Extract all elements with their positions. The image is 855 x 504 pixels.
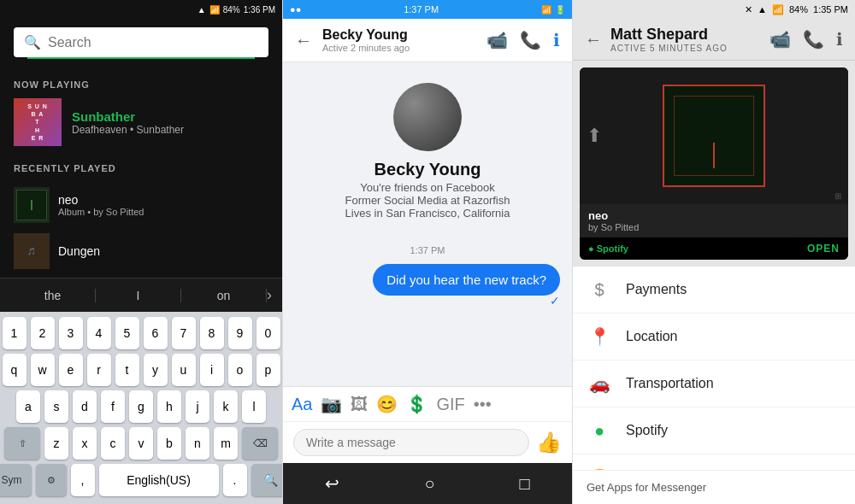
- info-icon-attach[interactable]: ℹ: [836, 29, 843, 50]
- key-l[interactable]: l: [242, 390, 266, 423]
- aa-button[interactable]: Aa: [292, 395, 312, 414]
- key-r[interactable]: r: [87, 354, 111, 386]
- key-p[interactable]: p: [256, 354, 280, 386]
- shift-key[interactable]: ⇧: [4, 427, 40, 460]
- key-u[interactable]: u: [172, 354, 196, 386]
- key-5[interactable]: 5: [115, 317, 139, 349]
- menu-item-transportation[interactable]: 🚗 Transportation: [573, 360, 855, 407]
- recent-info: neo Album • by So Pitted: [58, 193, 144, 217]
- key-a[interactable]: a: [16, 390, 40, 423]
- key-0[interactable]: 0: [256, 317, 280, 349]
- phone-icon-attach[interactable]: 📞: [803, 29, 824, 50]
- settings-icon-key[interactable]: ⚙: [36, 464, 67, 496]
- search-input-wrap[interactable]: 🔍: [14, 27, 268, 57]
- open-spotify-button[interactable]: OPEN: [807, 243, 840, 255]
- thumbs-up-button[interactable]: 👍: [536, 431, 562, 454]
- recent-sub: Album • by So Pitted: [58, 207, 144, 217]
- attach-back-button[interactable]: ←: [585, 30, 602, 50]
- image-button[interactable]: 🖼: [351, 395, 368, 414]
- payment-button[interactable]: 💲: [406, 394, 428, 414]
- key-x[interactable]: x: [73, 427, 97, 460]
- key-e[interactable]: e: [59, 354, 83, 386]
- key-j[interactable]: j: [186, 390, 209, 423]
- key-t[interactable]: t: [115, 354, 139, 386]
- key-v[interactable]: v: [129, 427, 153, 460]
- back-nav-button[interactable]: ↩: [325, 473, 339, 494]
- menu-item-spotify[interactable]: ● Spotify: [573, 407, 855, 454]
- message-input[interactable]: [293, 429, 529, 456]
- key-y[interactable]: y: [144, 354, 168, 386]
- avatar-image: [393, 83, 462, 151]
- key-4[interactable]: 4: [87, 317, 111, 349]
- wifi-icon-attach: ▲: [758, 4, 767, 15]
- status-bar-spotify: ▲ 📶 84% 1:36 PM: [0, 0, 282, 19]
- key-i[interactable]: i: [200, 354, 224, 386]
- more-button[interactable]: •••: [474, 395, 492, 414]
- number-row: 1 2 3 4 5 6 7 8 9 0: [3, 317, 279, 349]
- key-g[interactable]: g: [129, 390, 153, 423]
- key-6[interactable]: 6: [144, 317, 168, 349]
- menu-item-location[interactable]: 📍 Location: [573, 314, 855, 360]
- key-8[interactable]: 8: [200, 317, 224, 349]
- key-w[interactable]: w: [31, 354, 55, 386]
- home-nav-button[interactable]: ○: [424, 474, 434, 494]
- key-q[interactable]: q: [3, 354, 27, 386]
- messenger-status-bar: ●● 1:37 PM 📶 🔋: [283, 0, 572, 19]
- video-call-icon[interactable]: 📹: [486, 30, 508, 50]
- list-item[interactable]: 🎵 Dungen: [14, 228, 268, 274]
- get-apps-label: Get Apps for Messenger: [587, 481, 706, 494]
- autocomplete-arrow-icon[interactable]: ›: [267, 286, 272, 304]
- key-b[interactable]: b: [157, 427, 181, 460]
- messenger-status-icons: 📶 🔋: [541, 5, 565, 15]
- status-icons: ▲ 📶 84% 1:36 PM: [198, 5, 275, 15]
- recent-title: neo: [58, 193, 144, 207]
- info-icon[interactable]: ℹ: [553, 30, 560, 50]
- key-2[interactable]: 2: [31, 317, 55, 349]
- space-key[interactable]: English(US): [99, 464, 219, 496]
- key-9[interactable]: 9: [228, 317, 252, 349]
- back-button[interactable]: ←: [295, 31, 312, 50]
- key-d[interactable]: d: [73, 390, 97, 423]
- share-icon[interactable]: ⬆: [587, 125, 602, 147]
- autocomplete-word-1[interactable]: the: [10, 289, 96, 302]
- gif-button[interactable]: GIF: [436, 395, 464, 414]
- recents-nav-button[interactable]: □: [519, 474, 529, 494]
- key-3[interactable]: 3: [59, 317, 83, 349]
- comma-key[interactable]: ,: [71, 464, 95, 496]
- payments-icon: $: [587, 277, 612, 302]
- key-m[interactable]: m: [214, 427, 238, 460]
- location-label: Location: [626, 329, 678, 344]
- transportation-label: Transportation: [626, 376, 714, 391]
- key-1[interactable]: 1: [3, 317, 27, 349]
- autocomplete-word-2[interactable]: I: [96, 289, 181, 302]
- menu-item-payments[interactable]: $ Payments: [573, 267, 855, 314]
- list-item[interactable]: neo Album • by So Pitted: [14, 182, 268, 228]
- key-n[interactable]: n: [186, 427, 209, 460]
- search-key[interactable]: 🔍: [251, 464, 283, 496]
- get-apps-section: Get Apps for Messenger: [573, 470, 855, 504]
- key-c[interactable]: c: [101, 427, 125, 460]
- messenger-time: 1:37 PM: [404, 4, 439, 15]
- camera-button[interactable]: 📷: [321, 394, 342, 414]
- card-track-name: neo: [588, 209, 639, 222]
- key-k[interactable]: k: [214, 390, 238, 423]
- key-7[interactable]: 7: [172, 317, 196, 349]
- search-input[interactable]: [48, 35, 258, 50]
- backspace-key[interactable]: ⌫: [242, 427, 278, 460]
- phone-icon[interactable]: 📞: [520, 30, 541, 50]
- key-f[interactable]: f: [101, 390, 125, 423]
- key-z[interactable]: z: [44, 427, 68, 460]
- asdf-row: a s d f g h j k l: [3, 390, 279, 423]
- period-key[interactable]: .: [223, 464, 247, 496]
- sym-key[interactable]: Sym: [0, 464, 32, 496]
- key-h[interactable]: h: [157, 390, 181, 423]
- video-icon-attach[interactable]: 📹: [770, 29, 791, 50]
- menu-item-bitmoji[interactable]: 😊 Bitmoji: [573, 454, 855, 470]
- battery-text-attach: 84%: [789, 4, 808, 15]
- emoji-button[interactable]: 😊: [376, 394, 398, 414]
- autocomplete-word-3[interactable]: on: [181, 289, 267, 302]
- key-o[interactable]: o: [228, 354, 252, 386]
- now-playing-item[interactable]: S U NB ATHE R Sunbather Deafheaven • Sun…: [14, 98, 268, 146]
- key-s[interactable]: s: [44, 390, 68, 423]
- wifi-icon: ▲: [198, 5, 206, 15]
